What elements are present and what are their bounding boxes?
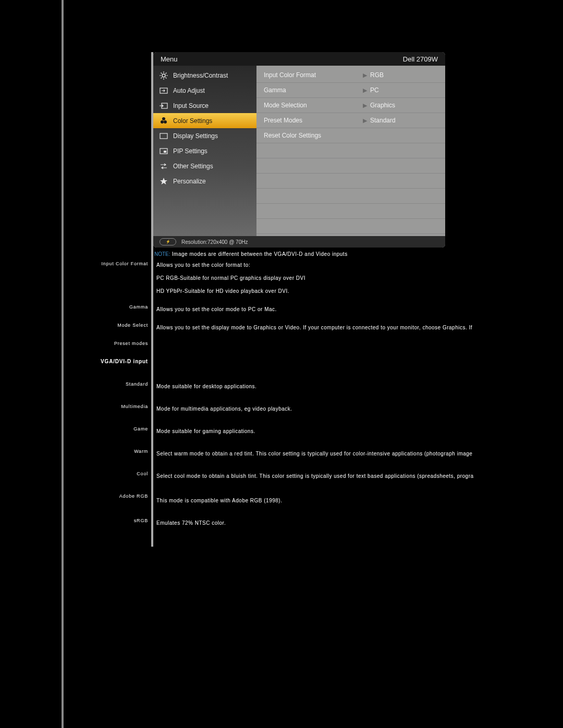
empty-row — [256, 189, 445, 204]
desc-text: Allows you to set the color mode to PC o… — [156, 306, 563, 312]
setting-value: Standard — [370, 117, 439, 124]
chevron-right-icon: ▶ — [363, 72, 370, 79]
other-settings-icon — [158, 162, 169, 170]
empty-row — [256, 174, 445, 189]
definition-table: Menu Dell 2709W Brightness/Contrast — [84, 52, 563, 547]
row-heading-vga-dvi: VGA/DVI-D input — [101, 359, 148, 364]
row-label-input-color-format: Input Color Format — [102, 261, 148, 266]
svg-line-5 — [161, 72, 162, 73]
menu-item-label: Brightness/Contrast — [173, 72, 228, 79]
menu-item-label: Color Settings — [173, 117, 212, 125]
pip-settings-icon — [158, 147, 169, 155]
row-label-mode-select: Mode Select — [117, 323, 148, 328]
setting-value: PC — [370, 87, 439, 94]
row-label-standard: Standard — [126, 381, 148, 387]
setting-key: Preset Modes — [264, 117, 363, 124]
setting-row-preset-modes[interactable]: Preset Modes ▶ Standard — [256, 113, 445, 128]
setting-row-gamma[interactable]: Gamma ▶ PC — [256, 83, 445, 98]
menu-item-label: Display Settings — [173, 132, 218, 140]
svg-point-0 — [162, 74, 165, 77]
row-label-cool: Cool — [137, 471, 148, 476]
color-settings-icon — [158, 117, 169, 125]
svg-line-7 — [161, 77, 162, 78]
row-label-game: Game — [133, 426, 148, 431]
setting-key: Input Color Format — [264, 71, 363, 79]
chevron-right-icon: ▶ — [363, 102, 370, 109]
menu-item-personalize[interactable]: Personalize — [153, 174, 256, 189]
desc-text: PC RGB-Suitable for normal PC graphics d… — [156, 275, 563, 281]
osd-panel: Menu Dell 2709W Brightness/Contrast — [153, 52, 445, 248]
desc-text: Select cool mode to obtain a bluish tint… — [156, 473, 563, 479]
svg-point-11 — [162, 117, 165, 120]
row-label-gamma: Gamma — [129, 304, 148, 310]
menu-item-label: PIP Settings — [173, 147, 207, 155]
desc-text: Allows you to set the display mode to Gr… — [156, 325, 563, 330]
content-column: Menu Dell 2709W Brightness/Contrast — [63, 0, 563, 728]
desc-text: Mode for multimedia applications, eg vid… — [156, 406, 563, 412]
left-margin — [0, 0, 63, 728]
note-prefix: NOTE: — [154, 251, 170, 257]
menu-item-brightness[interactable]: Brightness/Contrast — [153, 68, 256, 83]
row-label-warm: Warm — [134, 449, 148, 454]
chevron-right-icon: ▶ — [363, 87, 370, 94]
setting-row-reset-color[interactable]: Reset Color Settings — [256, 128, 445, 143]
menu-item-color-settings[interactable]: Color Settings — [153, 113, 256, 128]
menu-item-input-source[interactable]: Input Source — [153, 98, 256, 113]
svg-point-12 — [161, 120, 164, 124]
svg-line-8 — [166, 72, 167, 73]
desc-text: Allows you to set the color format to: — [156, 262, 563, 268]
menu-item-label: Input Source — [173, 102, 209, 109]
osd-title-text: Menu — [161, 55, 178, 63]
menu-item-other-settings[interactable]: Other Settings — [153, 158, 256, 174]
menu-item-display-settings[interactable]: Display Settings — [153, 128, 256, 143]
desc-text: Select warm mode to obtain a red tint. T… — [156, 451, 563, 456]
setting-key: Gamma — [264, 87, 363, 94]
menu-item-label: Auto Adjust — [173, 87, 205, 94]
svg-line-6 — [166, 77, 167, 78]
star-icon — [158, 177, 169, 186]
energy-star-icon: ⚡ — [160, 238, 176, 245]
setting-key: Mode Selection — [264, 102, 363, 109]
display-settings-icon — [158, 132, 169, 140]
setting-row-input-color-format[interactable]: Input Color Format ▶ RGB — [256, 68, 445, 83]
osd-model-text: Dell 2709W — [403, 55, 438, 63]
osd-right-panel: Input Color Format ▶ RGB Gamma ▶ PC — [256, 66, 445, 236]
desc-text: Emulates 72% NTSC color. — [156, 520, 563, 526]
menu-item-label: Personalize — [173, 178, 206, 185]
empty-row — [256, 158, 445, 174]
setting-value: RGB — [370, 71, 439, 79]
row-label-preset-modes: Preset modes — [114, 341, 148, 346]
empty-row — [256, 219, 445, 234]
menu-item-label: Other Settings — [173, 163, 213, 170]
setting-value: Graphics — [370, 102, 439, 109]
page: Menu Dell 2709W Brightness/Contrast — [0, 0, 563, 728]
note-text: Image modes are different between the VG… — [170, 251, 348, 257]
desc-text: This mode is compatible with Adobe RGB (… — [156, 498, 563, 503]
svg-rect-14 — [160, 133, 167, 139]
input-source-icon — [158, 102, 169, 110]
empty-row — [256, 143, 445, 158]
empty-row — [256, 204, 445, 219]
row-label-srgb: sRGB — [134, 518, 148, 523]
setting-row-mode-selection[interactable]: Mode Selection ▶ Graphics — [256, 98, 445, 113]
svg-point-13 — [164, 120, 167, 124]
desc-text: HD YPbPr-Suitable for HD video playback … — [156, 288, 563, 294]
osd-left-menu: Brightness/Contrast Auto Adjust — [153, 66, 256, 236]
desc-text: Mode suitable for gaming applications. — [156, 428, 563, 434]
osd-footer: ⚡ Resolution:720x400 @ 70Hz — [153, 236, 445, 248]
menu-item-auto-adjust[interactable]: Auto Adjust — [153, 83, 256, 98]
chevron-right-icon: ▶ — [363, 117, 370, 124]
menu-item-pip-settings[interactable]: PIP Settings — [153, 143, 256, 158]
brightness-icon — [158, 71, 169, 80]
auto-adjust-icon — [158, 87, 169, 95]
row-label-adobe-rgb: Adobe RGB — [119, 493, 148, 499]
row-label-multimedia: Multimedia — [121, 404, 148, 409]
osd-body: Brightness/Contrast Auto Adjust — [153, 66, 445, 236]
desc-text: Mode suitable for desktop applications. — [156, 384, 563, 389]
setting-key: Reset Color Settings — [264, 132, 363, 139]
osd-title-bar: Menu Dell 2709W — [153, 52, 445, 66]
resolution-text: Resolution:720x400 @ 70Hz — [181, 239, 248, 245]
svg-rect-16 — [164, 151, 166, 153]
